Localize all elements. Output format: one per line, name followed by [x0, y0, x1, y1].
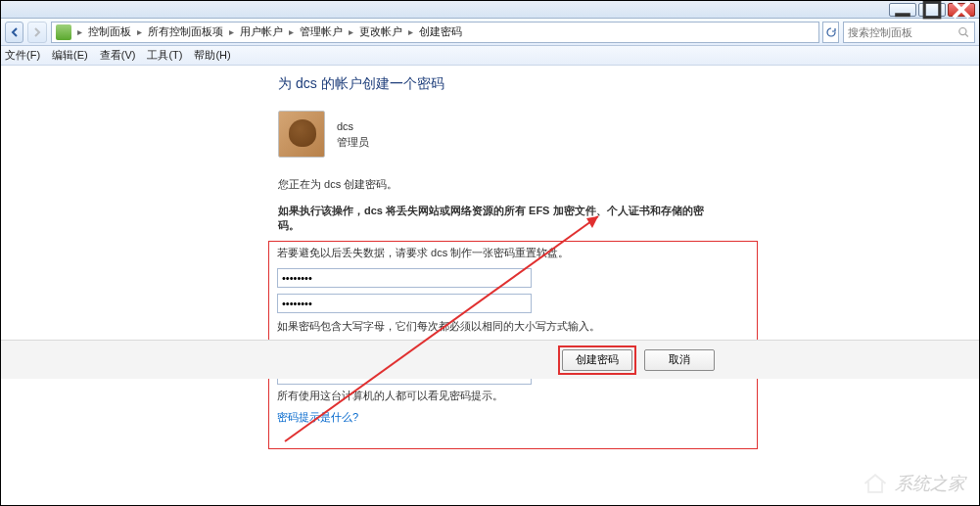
breadcrumb-item[interactable]: 管理帐户: [298, 24, 345, 39]
password-input[interactable]: [277, 268, 532, 288]
refresh-button[interactable]: [822, 22, 840, 43]
search-box[interactable]: [843, 22, 975, 43]
confirm-password-input[interactable]: [277, 294, 532, 313]
chevron-right-icon: ▸: [133, 26, 146, 37]
menu-edit[interactable]: 编辑(E): [52, 48, 88, 63]
control-panel-icon: [56, 24, 71, 40]
close-button[interactable]: [948, 3, 975, 17]
titlebar: [1, 1, 979, 19]
user-role: 管理员: [337, 134, 369, 151]
chevron-right-icon: ▸: [285, 26, 298, 37]
forward-button[interactable]: [27, 22, 46, 43]
menu-view[interactable]: 查看(V): [100, 48, 136, 63]
svg-line-5: [966, 33, 969, 36]
breadcrumb-item[interactable]: 用户帐户: [238, 24, 285, 39]
menubar: 文件(F) 编辑(E) 查看(V) 工具(T) 帮助(H): [1, 46, 979, 66]
case-note: 如果密码包含大写字母，它们每次都必须以相同的大小写方式输入。: [277, 319, 749, 334]
avatar: [278, 111, 325, 158]
hint-help-link[interactable]: 密码提示是什么?: [277, 410, 358, 425]
chevron-right-icon: ▸: [404, 26, 417, 37]
chevron-right-icon: ▸: [345, 26, 357, 37]
minimize-button[interactable]: [889, 3, 916, 17]
annotation-highlight: 创建密码: [558, 345, 636, 375]
breadcrumb-item[interactable]: 更改帐户: [357, 24, 404, 39]
page-title: 为 dcs 的帐户创建一个密码: [278, 75, 719, 93]
breadcrumb-item[interactable]: 控制面板: [86, 24, 133, 39]
footer-bar: 创建密码 取消: [1, 340, 979, 379]
watermark-text: 系统之家: [895, 472, 965, 495]
menu-tools[interactable]: 工具(T): [147, 48, 182, 63]
chevron-right-icon: ▸: [225, 26, 238, 37]
maximize-button[interactable]: [918, 3, 946, 17]
warning-text: 如果执行该操作，dcs 将丢失网站或网络资源的所有 EFS 加密文件、个人证书和…: [278, 204, 719, 233]
svg-point-4: [959, 27, 966, 34]
cancel-button[interactable]: 取消: [644, 349, 715, 371]
breadcrumb-item[interactable]: 创建密码: [417, 24, 464, 39]
chevron-right-icon: ▸: [73, 26, 86, 37]
desc-text: 您正在为 dcs 创建密码。: [278, 175, 719, 194]
breadcrumb-item[interactable]: 所有控制面板项: [146, 24, 225, 39]
house-icon: [862, 470, 889, 497]
create-password-button[interactable]: 创建密码: [562, 349, 632, 371]
hint-note: 所有使用这台计算机的人都可以看见密码提示。: [277, 389, 749, 403]
watermark: 系统之家: [862, 470, 965, 497]
menu-file[interactable]: 文件(F): [5, 48, 40, 63]
svg-rect-1: [924, 2, 940, 18]
back-button[interactable]: [5, 22, 23, 43]
breadcrumb[interactable]: ▸ 控制面板 ▸ 所有控制面板项 ▸ 用户帐户 ▸ 管理帐户 ▸ 更改帐户 ▸ …: [51, 22, 819, 43]
user-name: dcs: [337, 118, 369, 135]
search-icon: [957, 25, 970, 39]
navbar: ▸ 控制面板 ▸ 所有控制面板项 ▸ 用户帐户 ▸ 管理帐户 ▸ 更改帐户 ▸ …: [1, 19, 979, 46]
menu-help[interactable]: 帮助(H): [194, 48, 230, 63]
note-text: 若要避免以后丢失数据，请要求 dcs 制作一张密码重置软盘。: [277, 246, 749, 260]
user-row: dcs 管理员: [278, 111, 719, 158]
search-input[interactable]: [848, 26, 957, 38]
